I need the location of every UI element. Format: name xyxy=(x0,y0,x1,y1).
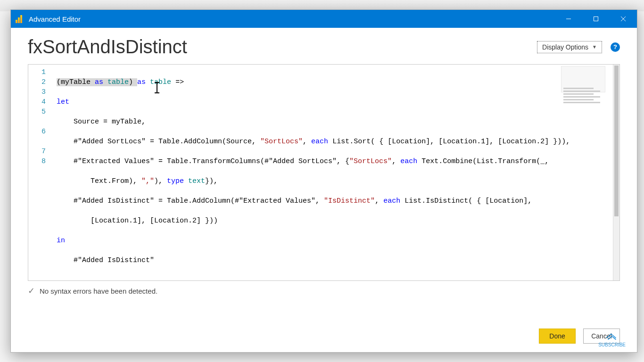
vertical-scrollbar[interactable] xyxy=(613,65,619,280)
done-button[interactable]: Done xyxy=(539,329,576,344)
powerbi-logo-icon xyxy=(16,15,24,23)
display-options-label: Display Options xyxy=(542,43,588,51)
window-controls xyxy=(555,10,637,28)
svg-rect-1 xyxy=(594,17,598,21)
titlebar: Advanced Editor xyxy=(11,10,637,28)
code-line: #"Extracted Values" = Table.TransformCol… xyxy=(57,156,611,166)
code-editor[interactable]: 1 2 3 4 5 6 7 8 (myTable as table) as ta… xyxy=(28,64,620,281)
minimize-button[interactable] xyxy=(555,10,582,28)
code-line: (myTable as table) as table => xyxy=(57,77,611,87)
code-line: #"Added IsDistinct" = Table.AddColumn(#"… xyxy=(57,196,611,206)
heading-row: fxSortAndIsDistinct Display Options ▼ ? xyxy=(28,36,620,58)
content-area: fxSortAndIsDistinct Display Options ▼ ? … xyxy=(11,28,637,352)
display-options-dropdown[interactable]: Display Options ▼ xyxy=(537,41,602,53)
cancel-button[interactable]: Cancel xyxy=(583,329,620,344)
line-number: 7 xyxy=(28,147,54,156)
chevron-down-icon: ▼ xyxy=(592,44,597,49)
code-line: Text.From), ","), type text}), xyxy=(57,176,611,186)
line-number: 5 xyxy=(28,107,54,117)
line-number-gutter: 1 2 3 4 5 6 7 8 xyxy=(28,65,55,280)
code-line: [Location.1], [Location.2] })) xyxy=(57,216,611,226)
maximize-button[interactable] xyxy=(582,10,610,28)
line-number: 3 xyxy=(28,87,54,97)
status-message: No syntax errors have been detected. xyxy=(40,287,157,295)
code-line: in xyxy=(57,236,611,246)
line-number: 8 xyxy=(28,156,54,166)
code-line: Source = myTable, xyxy=(57,117,611,127)
line-number: 1 xyxy=(28,67,54,77)
code-line: #"Added IsDistinct" xyxy=(57,255,611,265)
check-icon: ✓ xyxy=(28,286,35,296)
syntax-status: ✓ No syntax errors have been detected. xyxy=(28,286,620,296)
code-line: #"Added SortLocs" = Table.AddColumn(Sour… xyxy=(57,137,611,147)
query-name: fxSortAndIsDistinct xyxy=(28,36,187,58)
header-tools: Display Options ▼ ? xyxy=(537,41,620,53)
help-icon[interactable]: ? xyxy=(611,42,620,52)
dialog-footer: Done Cancel xyxy=(539,329,620,344)
scrollbar-thumb[interactable] xyxy=(614,66,619,216)
advanced-editor-window: Advanced Editor fxSortAndIsDistinct Disp… xyxy=(10,9,637,353)
code-line: let xyxy=(57,97,611,107)
code-area[interactable]: (myTable as table) as table => let Sourc… xyxy=(55,65,613,280)
window-title: Advanced Editor xyxy=(29,15,81,23)
close-button[interactable] xyxy=(610,10,637,28)
code-minimap[interactable] xyxy=(561,66,605,92)
line-number: 2 xyxy=(28,77,54,87)
line-number: 6 xyxy=(28,127,54,137)
line-number: 4 xyxy=(28,97,54,107)
